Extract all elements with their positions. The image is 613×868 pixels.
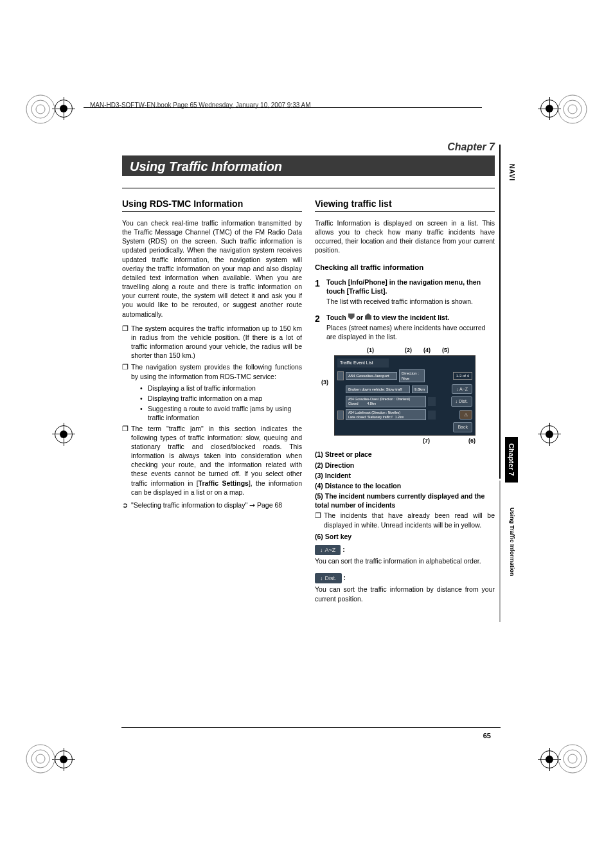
svg-point-1 (31, 100, 49, 118)
list-item: ❐ The term "traffic jam" in this section… (122, 424, 302, 497)
bullet-icon: ❐ (122, 324, 131, 360)
running-header: MAN-HD3-SOFTW-EN.book Page 65 Wednesday,… (90, 102, 311, 109)
left-column: Using RDS-TMC Information You can check … (122, 198, 302, 608)
section-heading: Using RDS-TMC Information (122, 198, 302, 212)
list-text: The system acquires the traffic informat… (131, 324, 302, 360)
callout-label: (3) (321, 378, 328, 386)
traffic-icon (428, 411, 436, 420)
list-text: Displaying traffic information on a map (148, 394, 262, 403)
sort-az-button: ↓ A~Z (452, 384, 472, 394)
body-text: You can sort the traffic information in … (315, 556, 495, 565)
svg-point-6 (26, 745, 55, 773)
body-text: Traffic Information is displayed on scre… (315, 218, 495, 255)
cross-reference: ➲ "Selecting traffic information to disp… (122, 500, 302, 509)
title-underline (122, 188, 495, 189)
svg-point-5 (568, 105, 577, 114)
scroll-up-icon (337, 371, 344, 380)
step-item: 1 Touch [Info/Phone] in the navigation m… (315, 278, 495, 306)
chapter-title: Using Traffic Information (130, 159, 282, 173)
corner-mark-icon (556, 93, 589, 125)
bullet-icon: ❐ (122, 424, 131, 497)
subsection-heading: Checking all traffic information (315, 263, 495, 273)
corner-mark-icon (24, 93, 57, 125)
body-text: You can check real-time traffic informat… (122, 218, 302, 319)
up-arrow-icon (365, 314, 371, 320)
callout-label: (2) (405, 346, 412, 354)
svg-point-0 (26, 95, 55, 123)
callout-label: (4) (423, 346, 431, 354)
bullet-icon: • (140, 394, 148, 403)
registration-mark (55, 425, 73, 443)
registration-mark (55, 100, 73, 118)
page-number: 65 (483, 732, 491, 740)
warning-icon-button: ⚠ (459, 410, 472, 420)
step-title: Touch or to view the incident list. (326, 313, 495, 322)
list-item: •Displaying traffic information on a map (140, 394, 302, 403)
side-tab-chapter: Chapter 7 (505, 437, 518, 483)
section-heading: Viewing traffic list (315, 198, 495, 212)
back-button: Back (453, 422, 472, 432)
callout-label: (7) (423, 437, 430, 445)
bullet-icon: • (140, 384, 148, 393)
list-cell: A54 Lodelinsart (Direction : Nivelles)La… (346, 409, 426, 421)
chapter-title-bar: Using Traffic Information (122, 155, 495, 176)
legend-item: (6) Sort key (315, 532, 495, 541)
traffic-icon (428, 397, 436, 406)
legend-item: (1) Street or place (315, 450, 495, 459)
list-text: The term "traffic jam" in this section i… (131, 424, 302, 497)
side-tab-navi: NAVI (508, 164, 515, 181)
corner-mark-icon (24, 743, 57, 775)
svg-point-2 (36, 105, 45, 114)
bullet-icon: ❐ (315, 511, 324, 529)
corner-mark-icon (556, 743, 589, 775)
registration-mark (55, 750, 73, 768)
callout-label: (5) (442, 346, 449, 354)
callout-label: (1) (367, 346, 374, 354)
list-item: ❐ The navigation system provides the fol… (122, 362, 302, 380)
list-item: ❐ The system acquires the traffic inform… (122, 324, 302, 360)
legend-item: (4) Distance to the location (315, 481, 495, 490)
list-item: •Displaying a list of traffic informatio… (140, 384, 302, 393)
bullet-icon: ❐ (122, 362, 131, 380)
side-rule-gray (499, 481, 501, 622)
svg-point-11 (568, 754, 577, 763)
list-cell: 9.8km (412, 385, 428, 393)
sort-dist-button: ↓ Dist. (451, 396, 472, 406)
side-tab-section: Using Traffic Information (509, 508, 515, 576)
xref-arrow-icon: ➲ (122, 500, 131, 509)
svg-point-8 (36, 754, 45, 763)
step-description: The list with received traffic informati… (326, 297, 495, 306)
callout-label: (6) (468, 437, 475, 445)
chapter-label: Chapter 7 (122, 141, 495, 153)
bullet-icon: • (140, 404, 148, 422)
list-item: •Suggesting a route to avoid traffic jam… (140, 404, 302, 422)
list-cell: Broken down vehicle: Slow traff (346, 385, 410, 393)
svg-point-9 (558, 745, 587, 773)
footer-rule (121, 727, 501, 728)
svg-point-4 (564, 100, 582, 118)
list-text: Suggesting a route to avoid traffic jams… (148, 404, 302, 422)
screenshot-figure: (1) (2) (4) (5) (3) Traffic Event List A… (334, 346, 482, 445)
list-text: The navigation system provides the follo… (131, 362, 302, 380)
step-number: 2 (315, 313, 326, 342)
registration-mark (540, 100, 558, 118)
list-cell: A54 Gossolies-Ouest (Direction : Charler… (346, 396, 426, 407)
step-description: Places (street names) where incidents ha… (326, 323, 495, 341)
step-item: 2 Touch or to view the incident list. Pl… (315, 313, 495, 342)
registration-mark (540, 750, 558, 768)
list-text: The incidents that have already been rea… (324, 511, 495, 529)
sort-az-button-illustration: ↓A~Z (315, 545, 341, 555)
xref-text: "Selecting traffic information to displa… (131, 500, 282, 509)
list-cell: Direction : Nive (399, 369, 425, 382)
right-column: Viewing traffic list Traffic Information… (315, 198, 495, 608)
legend-item: (2) Direction (315, 461, 495, 470)
step-title: Touch [Info/Phone] in the navigation men… (326, 278, 495, 296)
svg-point-3 (558, 95, 587, 123)
count-badge: 1-3 of 4 (453, 372, 472, 380)
list-text: Displaying a list of traffic information (148, 384, 256, 393)
legend-item: (5) The incident numbers currently dis­p… (315, 492, 495, 509)
nav-device-screen: Traffic Event List A54 Gossolies-Aeropor… (334, 355, 475, 436)
down-arrow-icon: ↓ (320, 547, 323, 553)
down-arrow-icon (348, 314, 355, 320)
screen-title: Traffic Event List (337, 359, 389, 367)
